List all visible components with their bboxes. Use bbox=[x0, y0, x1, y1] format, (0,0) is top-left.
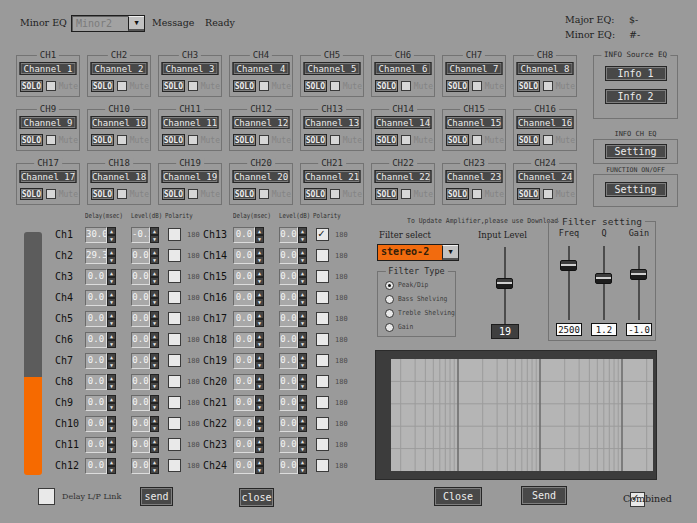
spin-down-button[interactable]: ▼ bbox=[255, 340, 264, 348]
mute-checkbox[interactable] bbox=[330, 189, 340, 199]
spin-down-button[interactable]: ▼ bbox=[107, 403, 116, 411]
mute-checkbox[interactable] bbox=[117, 189, 127, 199]
channel-button[interactable]: Channel 1 bbox=[20, 62, 77, 75]
delay-value[interactable]: 0.0 bbox=[233, 416, 255, 432]
solo-button[interactable]: SOLO bbox=[233, 188, 256, 200]
delay-value[interactable]: 30.0 bbox=[85, 227, 107, 243]
channel-button[interactable]: Channel 14 bbox=[375, 116, 432, 129]
radio-button[interactable] bbox=[385, 323, 394, 332]
spin-down-button[interactable]: ▼ bbox=[107, 319, 116, 327]
spin-up-button[interactable]: ▲ bbox=[255, 458, 264, 466]
filter-type-option[interactable]: Bass Shelving bbox=[385, 292, 455, 306]
mute-checkbox[interactable] bbox=[543, 135, 553, 145]
spin-down-button[interactable]: ▼ bbox=[150, 298, 159, 306]
spin-up-button[interactable]: ▲ bbox=[298, 458, 307, 466]
spin-down-button[interactable]: ▼ bbox=[107, 340, 116, 348]
level-value[interactable]: 0.0 bbox=[131, 332, 150, 348]
level-value[interactable]: 0.0 bbox=[279, 395, 298, 411]
polarity-checkbox[interactable] bbox=[168, 354, 181, 367]
info1-button[interactable]: Info 1 bbox=[605, 66, 667, 81]
polarity-checkbox[interactable] bbox=[168, 291, 181, 304]
solo-button[interactable]: SOLO bbox=[20, 134, 43, 146]
solo-button[interactable]: SOLO bbox=[91, 188, 114, 200]
spin-down-button[interactable]: ▼ bbox=[107, 382, 116, 390]
spin-up-button[interactable]: ▲ bbox=[298, 374, 307, 382]
spin-up-button[interactable]: ▲ bbox=[255, 248, 264, 256]
level-value[interactable]: 0.0 bbox=[131, 374, 150, 390]
info-ch-setting-button[interactable]: Setting bbox=[605, 144, 667, 159]
solo-button[interactable]: SOLO bbox=[304, 80, 327, 92]
spin-down-button[interactable]: ▼ bbox=[255, 424, 264, 432]
minor-eq-select[interactable]: Minor2 ▼ bbox=[71, 15, 145, 32]
spin-up-button[interactable]: ▲ bbox=[298, 416, 307, 424]
channel-button[interactable]: Channel 3 bbox=[162, 62, 219, 75]
delay-value[interactable]: 0.0 bbox=[233, 248, 255, 264]
spin-up-button[interactable]: ▲ bbox=[150, 290, 159, 298]
spin-up-button[interactable]: ▲ bbox=[255, 353, 264, 361]
polarity-checkbox[interactable] bbox=[168, 228, 181, 241]
solo-button[interactable]: SOLO bbox=[517, 134, 540, 146]
level-value[interactable]: 0.0 bbox=[279, 269, 298, 285]
spin-down-button[interactable]: ▼ bbox=[107, 445, 116, 453]
level-value[interactable]: 0.0 bbox=[131, 353, 150, 369]
channel-button[interactable]: Channel 10 bbox=[91, 116, 148, 129]
spin-up-button[interactable]: ▲ bbox=[150, 437, 159, 445]
spin-up-button[interactable]: ▲ bbox=[107, 269, 116, 277]
spin-up-button[interactable]: ▲ bbox=[255, 395, 264, 403]
delay-value[interactable]: 0.0 bbox=[233, 227, 255, 243]
polarity-checkbox[interactable] bbox=[168, 375, 181, 388]
spin-up-button[interactable]: ▲ bbox=[150, 248, 159, 256]
spin-up-button[interactable]: ▲ bbox=[255, 416, 264, 424]
spin-up-button[interactable]: ▲ bbox=[107, 374, 116, 382]
delay-value[interactable]: 0.0 bbox=[85, 332, 107, 348]
radio-button[interactable] bbox=[385, 281, 394, 290]
level-value[interactable]: 0.0 bbox=[131, 395, 150, 411]
mute-checkbox[interactable] bbox=[330, 81, 340, 91]
solo-button[interactable]: SOLO bbox=[162, 188, 185, 200]
mute-checkbox[interactable] bbox=[46, 135, 56, 145]
solo-button[interactable]: SOLO bbox=[162, 80, 185, 92]
spin-up-button[interactable]: ▲ bbox=[298, 290, 307, 298]
polarity-checkbox[interactable] bbox=[168, 396, 181, 409]
polarity-checkbox[interactable] bbox=[168, 459, 181, 472]
spin-up-button[interactable]: ▲ bbox=[150, 332, 159, 340]
spin-down-button[interactable]: ▼ bbox=[255, 277, 264, 285]
spin-down-button[interactable]: ▼ bbox=[150, 445, 159, 453]
delay-lp-link-checkbox[interactable] bbox=[38, 488, 55, 505]
delay-value[interactable]: 0.0 bbox=[233, 332, 255, 348]
delay-value[interactable]: 0.0 bbox=[85, 395, 107, 411]
mixer-send-button[interactable]: send bbox=[140, 487, 173, 506]
spin-up-button[interactable]: ▲ bbox=[107, 311, 116, 319]
send-button[interactable]: Send bbox=[521, 486, 567, 505]
delay-value[interactable]: 0.0 bbox=[233, 374, 255, 390]
spin-down-button[interactable]: ▼ bbox=[298, 361, 307, 369]
delay-value[interactable]: 0.0 bbox=[85, 290, 107, 306]
level-value[interactable]: 0.0 bbox=[279, 332, 298, 348]
mixer-close-button[interactable]: close bbox=[239, 488, 274, 507]
solo-button[interactable]: SOLO bbox=[517, 188, 540, 200]
mute-checkbox[interactable] bbox=[543, 189, 553, 199]
polarity-checkbox[interactable] bbox=[316, 354, 329, 367]
polarity-checkbox[interactable] bbox=[316, 375, 329, 388]
delay-value[interactable]: 0.0 bbox=[85, 416, 107, 432]
channel-button[interactable]: Channel 7 bbox=[446, 62, 503, 75]
mute-checkbox[interactable] bbox=[46, 81, 56, 91]
mute-checkbox[interactable] bbox=[472, 189, 482, 199]
spin-up-button[interactable]: ▲ bbox=[298, 227, 307, 235]
solo-button[interactable]: SOLO bbox=[233, 80, 256, 92]
spin-up-button[interactable]: ▲ bbox=[150, 374, 159, 382]
mute-checkbox[interactable] bbox=[330, 135, 340, 145]
polarity-checkbox[interactable] bbox=[316, 438, 329, 451]
spin-up-button[interactable]: ▲ bbox=[255, 332, 264, 340]
q-slider-thumb[interactable] bbox=[595, 273, 612, 284]
spin-up-button[interactable]: ▲ bbox=[107, 437, 116, 445]
spin-down-button[interactable]: ▼ bbox=[255, 235, 264, 243]
level-value[interactable]: 0.0 bbox=[131, 290, 150, 306]
chevron-down-icon[interactable]: ▼ bbox=[128, 16, 144, 31]
spin-down-button[interactable]: ▼ bbox=[150, 382, 159, 390]
radio-button[interactable] bbox=[385, 295, 394, 304]
spin-up-button[interactable]: ▲ bbox=[107, 395, 116, 403]
filter-select-dropdown[interactable]: stereo-2 ▼ bbox=[377, 244, 459, 261]
polarity-checkbox[interactable] bbox=[316, 270, 329, 283]
spin-down-button[interactable]: ▼ bbox=[255, 319, 264, 327]
